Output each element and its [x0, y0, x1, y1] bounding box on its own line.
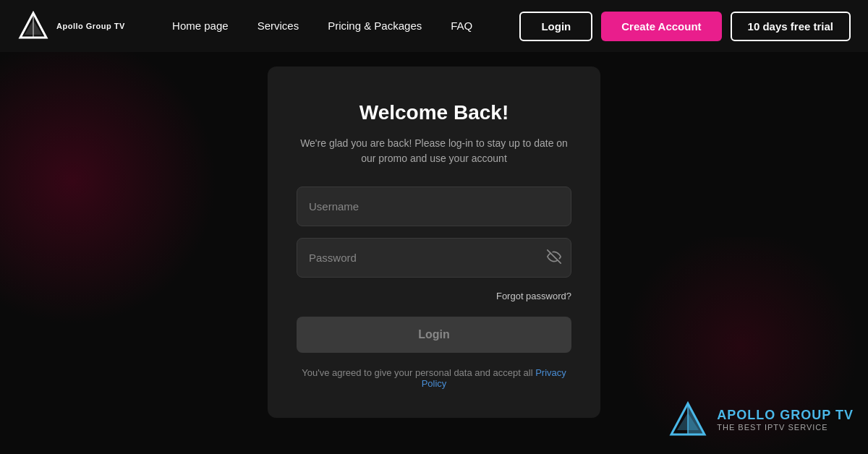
forgot-password-link[interactable]: Forgot password?: [496, 291, 571, 301]
bottom-branding: APOLLO GROUP TV THE BEST IPTV SERVICE: [668, 400, 854, 440]
nav-links: Home page Services Pricing & Packages FA…: [172, 20, 472, 33]
nav-item-pricing[interactable]: Pricing & Packages: [328, 20, 422, 33]
branding-logo-icon: [668, 400, 708, 440]
nav-item-home[interactable]: Home page: [172, 20, 229, 33]
nav-link-home[interactable]: Home page: [172, 20, 229, 32]
logo-icon: [17, 10, 49, 42]
forgot-password-container: Forgot password?: [297, 289, 571, 302]
create-account-button[interactable]: Create Account: [601, 12, 721, 41]
password-group: [297, 238, 571, 278]
username-group: [297, 187, 571, 226]
trial-button[interactable]: 10 days free trial: [731, 12, 851, 41]
login-card: Welcome Back! We're glad you are back! P…: [268, 67, 600, 418]
toggle-password-icon[interactable]: [547, 249, 561, 267]
logo-name: Apollo Group TV: [56, 22, 125, 30]
submit-login-button[interactable]: Login: [297, 317, 571, 353]
password-input[interactable]: [297, 238, 571, 278]
nav-item-faq[interactable]: FAQ: [451, 20, 472, 33]
nav-link-pricing[interactable]: Pricing & Packages: [328, 20, 422, 32]
logo[interactable]: Apollo Group TV: [17, 10, 125, 42]
branding-name: APOLLO GROUP TV: [717, 408, 854, 423]
main-content: Welcome Back! We're glad you are back! P…: [0, 52, 868, 418]
login-button[interactable]: Login: [519, 12, 592, 41]
card-title: Welcome Back!: [297, 101, 571, 124]
branding-tagline: THE BEST IPTV SERVICE: [717, 423, 854, 432]
card-subtitle: We're glad you are back! Please log-in t…: [297, 136, 571, 166]
privacy-static-text: You've agreed to give your personal data…: [302, 367, 535, 378]
nav-link-faq[interactable]: FAQ: [451, 20, 472, 32]
eye-off-svg: [547, 249, 561, 264]
nav-item-services[interactable]: Services: [258, 20, 299, 33]
username-input[interactable]: [297, 187, 571, 226]
branding-text: APOLLO GROUP TV THE BEST IPTV SERVICE: [717, 408, 854, 432]
nav-actions: Login Create Account 10 days free trial: [519, 12, 851, 41]
privacy-text: You've agreed to give your personal data…: [297, 367, 571, 389]
navbar: Apollo Group TV Home page Services Prici…: [0, 0, 868, 52]
logo-text: Apollo Group TV: [56, 22, 125, 30]
nav-link-services[interactable]: Services: [258, 20, 299, 32]
